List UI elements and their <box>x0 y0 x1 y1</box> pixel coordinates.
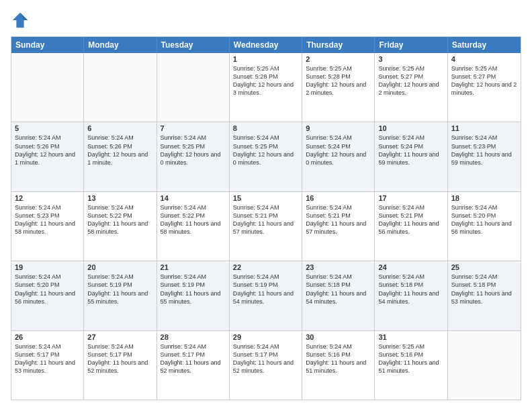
page: SundayMondayTuesdayWednesdayThursdayFrid… <box>0 0 532 411</box>
header <box>11 11 521 30</box>
cell-day-number: 10 <box>378 124 443 132</box>
cell-day-number: 26 <box>15 333 80 341</box>
cell-day-number: 20 <box>87 263 152 271</box>
cell-info: Sunrise: 5:24 AM Sunset: 5:22 PM Dayligh… <box>87 203 152 236</box>
cell-day-number: 22 <box>233 263 298 271</box>
calendar-cell-28: 28Sunrise: 5:24 AM Sunset: 5:17 PM Dayli… <box>157 331 230 400</box>
cell-day-number: 15 <box>233 194 298 202</box>
cell-info: Sunrise: 5:24 AM Sunset: 5:20 PM Dayligh… <box>451 203 517 236</box>
cell-day-number: 24 <box>378 263 443 271</box>
cell-day-number: 31 <box>378 333 443 341</box>
cell-info: Sunrise: 5:25 AM Sunset: 5:28 PM Dayligh… <box>306 64 371 97</box>
cell-day-number: 6 <box>87 124 152 132</box>
cell-day-number: 27 <box>87 333 152 341</box>
cell-day-number: 28 <box>161 333 226 341</box>
day-header-wednesday: Wednesday <box>230 37 302 53</box>
cell-info: Sunrise: 5:24 AM Sunset: 5:17 PM Dayligh… <box>161 342 226 375</box>
calendar-cell-24: 24Sunrise: 5:24 AM Sunset: 5:18 PM Dayli… <box>375 261 447 330</box>
cell-day-number: 17 <box>378 194 443 202</box>
calendar-body: 1Sunrise: 5:25 AM Sunset: 5:28 PM Daylig… <box>11 53 521 400</box>
calendar-cell-11: 11Sunrise: 5:24 AM Sunset: 5:23 PM Dayli… <box>448 122 521 191</box>
calendar-cell-26: 26Sunrise: 5:24 AM Sunset: 5:17 PM Dayli… <box>11 331 84 400</box>
calendar-cell-21: 21Sunrise: 5:24 AM Sunset: 5:19 PM Dayli… <box>157 261 230 330</box>
calendar-cell-31: 31Sunrise: 5:25 AM Sunset: 5:16 PM Dayli… <box>375 331 447 400</box>
calendar-cell-29: 29Sunrise: 5:24 AM Sunset: 5:17 PM Dayli… <box>230 331 302 400</box>
cell-day-number: 25 <box>451 263 517 271</box>
cell-day-number: 8 <box>233 124 298 132</box>
cell-info: Sunrise: 5:25 AM Sunset: 5:16 PM Dayligh… <box>378 342 443 375</box>
calendar-row: 12Sunrise: 5:24 AM Sunset: 5:23 PM Dayli… <box>11 191 521 261</box>
calendar-cell-12: 12Sunrise: 5:24 AM Sunset: 5:23 PM Dayli… <box>11 192 84 261</box>
calendar-cell-25: 25Sunrise: 5:24 AM Sunset: 5:18 PM Dayli… <box>448 261 521 330</box>
calendar-cell-8: 8Sunrise: 5:24 AM Sunset: 5:25 PM Daylig… <box>230 122 302 191</box>
calendar-cell-empty <box>11 53 84 122</box>
calendar-cell-2: 2Sunrise: 5:25 AM Sunset: 5:28 PM Daylig… <box>302 53 375 122</box>
cell-info: Sunrise: 5:24 AM Sunset: 5:23 PM Dayligh… <box>15 203 80 236</box>
cell-info: Sunrise: 5:24 AM Sunset: 5:18 PM Dayligh… <box>306 273 371 306</box>
cell-info: Sunrise: 5:24 AM Sunset: 5:16 PM Dayligh… <box>306 342 371 375</box>
cell-day-number: 11 <box>451 124 517 132</box>
day-header-thursday: Thursday <box>302 37 375 53</box>
cell-day-number: 30 <box>306 333 371 341</box>
calendar-cell-empty <box>84 53 157 122</box>
calendar-cell-13: 13Sunrise: 5:24 AM Sunset: 5:22 PM Dayli… <box>84 192 157 261</box>
cell-info: Sunrise: 5:24 AM Sunset: 5:17 PM Dayligh… <box>15 342 80 375</box>
calendar-cell-20: 20Sunrise: 5:24 AM Sunset: 5:19 PM Dayli… <box>84 261 157 330</box>
cell-day-number: 5 <box>15 124 80 132</box>
calendar-row: 1Sunrise: 5:25 AM Sunset: 5:28 PM Daylig… <box>11 53 521 122</box>
calendar-cell-22: 22Sunrise: 5:24 AM Sunset: 5:19 PM Dayli… <box>230 261 302 330</box>
cell-day-number: 9 <box>306 124 371 132</box>
cell-info: Sunrise: 5:25 AM Sunset: 5:28 PM Dayligh… <box>233 64 298 97</box>
calendar-cell-27: 27Sunrise: 5:24 AM Sunset: 5:17 PM Dayli… <box>84 331 157 400</box>
cell-day-number: 12 <box>15 194 80 202</box>
cell-info: Sunrise: 5:25 AM Sunset: 5:27 PM Dayligh… <box>378 64 443 97</box>
cell-day-number: 19 <box>15 263 80 271</box>
cell-info: Sunrise: 5:24 AM Sunset: 5:23 PM Dayligh… <box>451 134 517 167</box>
cell-info: Sunrise: 5:24 AM Sunset: 5:19 PM Dayligh… <box>87 273 152 306</box>
calendar-cell-empty <box>157 53 230 122</box>
calendar-cell-empty <box>448 331 521 400</box>
calendar-cell-19: 19Sunrise: 5:24 AM Sunset: 5:20 PM Dayli… <box>11 261 84 330</box>
cell-info: Sunrise: 5:24 AM Sunset: 5:19 PM Dayligh… <box>233 273 298 306</box>
calendar-cell-10: 10Sunrise: 5:24 AM Sunset: 5:24 PM Dayli… <box>375 122 447 191</box>
cell-info: Sunrise: 5:24 AM Sunset: 5:25 PM Dayligh… <box>161 134 226 167</box>
cell-day-number: 23 <box>306 263 371 271</box>
cell-info: Sunrise: 5:24 AM Sunset: 5:24 PM Dayligh… <box>306 134 371 167</box>
logo-icon <box>11 11 30 30</box>
day-header-friday: Friday <box>375 37 447 53</box>
day-headers: SundayMondayTuesdayWednesdayThursdayFrid… <box>11 37 521 53</box>
cell-info: Sunrise: 5:24 AM Sunset: 5:22 PM Dayligh… <box>161 203 226 236</box>
calendar-cell-4: 4Sunrise: 5:25 AM Sunset: 5:27 PM Daylig… <box>448 53 521 122</box>
cell-day-number: 18 <box>451 194 517 202</box>
cell-day-number: 21 <box>161 263 226 271</box>
calendar-cell-15: 15Sunrise: 5:24 AM Sunset: 5:21 PM Dayli… <box>230 192 302 261</box>
calendar-cell-23: 23Sunrise: 5:24 AM Sunset: 5:18 PM Dayli… <box>302 261 375 330</box>
calendar-cell-3: 3Sunrise: 5:25 AM Sunset: 5:27 PM Daylig… <box>375 53 447 122</box>
cell-day-number: 29 <box>233 333 298 341</box>
cell-info: Sunrise: 5:24 AM Sunset: 5:21 PM Dayligh… <box>233 203 298 236</box>
calendar-cell-18: 18Sunrise: 5:24 AM Sunset: 5:20 PM Dayli… <box>448 192 521 261</box>
cell-info: Sunrise: 5:24 AM Sunset: 5:18 PM Dayligh… <box>451 273 517 306</box>
cell-day-number: 7 <box>161 124 226 132</box>
cell-info: Sunrise: 5:24 AM Sunset: 5:17 PM Dayligh… <box>87 342 152 375</box>
calendar-row: 19Sunrise: 5:24 AM Sunset: 5:20 PM Dayli… <box>11 261 521 330</box>
calendar-row: 5Sunrise: 5:24 AM Sunset: 5:26 PM Daylig… <box>11 122 521 191</box>
logo <box>11 11 32 30</box>
calendar-row: 26Sunrise: 5:24 AM Sunset: 5:17 PM Dayli… <box>11 330 521 400</box>
day-header-monday: Monday <box>84 37 157 53</box>
cell-info: Sunrise: 5:24 AM Sunset: 5:26 PM Dayligh… <box>87 134 152 167</box>
cell-info: Sunrise: 5:24 AM Sunset: 5:20 PM Dayligh… <box>15 273 80 306</box>
calendar-cell-17: 17Sunrise: 5:24 AM Sunset: 5:21 PM Dayli… <box>375 192 447 261</box>
calendar-cell-6: 6Sunrise: 5:24 AM Sunset: 5:26 PM Daylig… <box>84 122 157 191</box>
cell-info: Sunrise: 5:24 AM Sunset: 5:17 PM Dayligh… <box>233 342 298 375</box>
cell-info: Sunrise: 5:24 AM Sunset: 5:19 PM Dayligh… <box>161 273 226 306</box>
day-header-saturday: Saturday <box>448 37 521 53</box>
calendar: SundayMondayTuesdayWednesdayThursdayFrid… <box>11 36 521 400</box>
calendar-cell-1: 1Sunrise: 5:25 AM Sunset: 5:28 PM Daylig… <box>230 53 302 122</box>
cell-info: Sunrise: 5:24 AM Sunset: 5:25 PM Dayligh… <box>233 134 298 167</box>
cell-day-number: 14 <box>161 194 226 202</box>
cell-info: Sunrise: 5:24 AM Sunset: 5:21 PM Dayligh… <box>378 203 443 236</box>
cell-day-number: 16 <box>306 194 371 202</box>
cell-info: Sunrise: 5:24 AM Sunset: 5:21 PM Dayligh… <box>306 203 371 236</box>
calendar-cell-7: 7Sunrise: 5:24 AM Sunset: 5:25 PM Daylig… <box>157 122 230 191</box>
